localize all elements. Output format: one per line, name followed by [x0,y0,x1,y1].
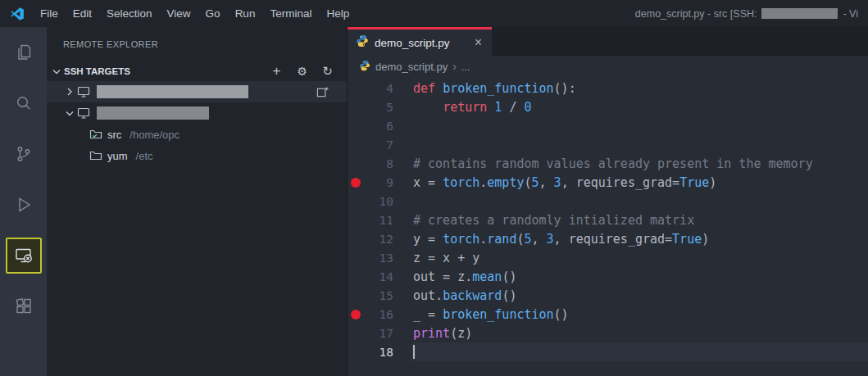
chevron-down-icon [50,65,64,78]
breakpoint-dot[interactable] [348,178,364,188]
line-number: 12 [364,233,393,246]
code-line-17[interactable]: 17print(z) [348,324,868,342]
tab-label: demo_script.py [375,37,473,49]
line-number: 18 [364,346,393,359]
python-file-icon [359,60,370,74]
code-line-8[interactable]: 8# contains random values already presen… [348,154,868,173]
code-line-7[interactable]: 7 [348,135,868,154]
menu-item-go[interactable]: Go [198,7,228,20]
tab-strip: demo_script.py × [348,27,868,56]
menu-items: FileEditSelectionViewGoRunTerminalHelp [33,0,357,27]
line-number: 14 [364,270,393,283]
menu-item-selection[interactable]: Selection [99,7,160,20]
folder-path: /etc [136,150,153,162]
ssh-targets-section-header[interactable]: SSH TARGETS + ⚙ ↻ [47,61,347,81]
code-text: print(z) [413,326,472,341]
folder-label: src [107,129,121,141]
folder-src-icon [89,128,102,141]
code-line-6[interactable]: 6 [348,116,868,135]
code-editor[interactable]: 4def broken_function():5 return 1 / 0678… [348,77,868,376]
ssh-targets-label: SSH TARGETS [64,66,130,76]
menu-item-edit[interactable]: Edit [66,7,99,20]
breadcrumb: demo_script.py › ... [348,56,868,77]
code-text: out = z.mean() [413,270,516,284]
code-line-9[interactable]: 9x = torch.empty(5, 3, requires_grad=Tru… [348,173,868,192]
breadcrumb-separator-icon: › [452,60,457,73]
source-control-icon[interactable] [0,129,47,179]
vscode-window: FileEditSelectionViewGoRunTerminalHelp d… [0,0,868,376]
code-text: out.backward() [413,288,516,303]
server-monitor-icon [77,85,90,98]
breadcrumb-file[interactable]: demo_script.py [375,61,448,73]
text-cursor [413,345,415,359]
ssh-host-expanded[interactable] [47,102,347,124]
code-line-15[interactable]: 15out.backward() [348,286,868,305]
tab-demo-script[interactable]: demo_script.py × [348,27,492,56]
line-number: 7 [364,138,393,152]
code-text: # creates a randomly intialized matrix [413,213,694,228]
folder-label: yum [107,150,128,162]
window-title-right: - Vi [843,8,858,20]
code-text: # contains random values already present… [413,156,813,171]
folder-path: /home/opc [130,129,180,141]
refresh-icon[interactable]: ↻ [315,64,340,79]
line-number: 13 [364,251,393,265]
code-text: y = torch.rand(5, 3, requires_grad=True) [413,232,709,247]
line-number: 6 [364,120,393,133]
search-icon[interactable] [0,78,47,129]
remote-explorer-highlight [6,238,42,274]
code-line-4[interactable]: 4def broken_function(): [348,79,868,97]
gear-icon[interactable]: ⚙ [289,65,315,78]
code-line-12[interactable]: 12y = torch.rand(5, 3, requires_grad=Tru… [348,229,868,248]
menu-bar: FileEditSelectionViewGoRunTerminalHelp d… [0,0,868,27]
ssh-host-collapsed[interactable] [47,81,347,102]
activity-bar [0,27,47,376]
menu-item-view[interactable]: View [160,7,198,20]
line-number: 10 [364,195,393,208]
breakpoint-dot[interactable] [348,310,364,319]
connect-in-new-window-icon[interactable] [316,86,329,98]
vscode-logo-icon [10,6,26,22]
line-number: 16 [364,308,393,321]
menu-item-terminal[interactable]: Terminal [262,7,319,20]
code-line-18[interactable]: 18 [348,342,868,361]
code-text: z = x + y [413,251,479,265]
menu-item-run[interactable]: Run [228,7,263,20]
section-actions: + ⚙ ↻ [264,63,347,79]
line-number: 5 [364,101,393,114]
workspace-folder-src[interactable]: src /home/opc [47,124,347,145]
code-line-5[interactable]: 5 return 1 / 0 [348,97,868,116]
sidebar-title: REMOTE EXPLORER [47,27,347,49]
explorer-icon[interactable] [0,27,47,78]
line-number: 15 [364,289,393,302]
menu-item-help[interactable]: Help [319,7,357,20]
extensions-icon[interactable] [0,281,47,332]
run-debug-icon[interactable] [0,179,47,230]
code-text: x = torch.empty(5, 3, requires_grad=True… [413,175,716,190]
close-icon[interactable]: × [473,36,484,49]
folder-icon [89,149,102,162]
breadcrumb-symbol-ellipsis[interactable]: ... [461,61,470,73]
sidebar-remote-explorer: REMOTE EXPLORER SSH TARGETS + ⚙ ↻ [47,27,348,376]
add-target-icon[interactable]: + [264,63,289,79]
code-text: _ = broken_function() [413,307,569,322]
chevron-right-icon [63,85,77,98]
line-number: 17 [364,327,393,340]
line-number: 11 [364,214,393,227]
line-number: 9 [364,176,393,189]
window-title: demo_script.py - src [SSH: - Vi [635,0,858,27]
code-line-14[interactable]: 14out = z.mean() [348,267,868,286]
menu-item-file[interactable]: File [33,7,66,20]
remote-explorer-icon [14,246,34,265]
workspace-folder-yum[interactable]: yum /etc [47,145,347,166]
code-line-10[interactable]: 10 [348,192,868,211]
code-line-11[interactable]: 11# creates a randomly intialized matrix [348,211,868,229]
code-line-13[interactable]: 13z = x + y [348,248,868,267]
chevron-down-icon [63,106,77,120]
remote-explorer-item[interactable] [0,230,47,281]
code-text: def broken_function(): [413,81,576,96]
redacted-host-name [97,85,248,98]
code-line-16[interactable]: 16_ = broken_function() [348,305,868,324]
redacted-host-name [97,106,209,120]
line-number: 8 [364,157,393,170]
